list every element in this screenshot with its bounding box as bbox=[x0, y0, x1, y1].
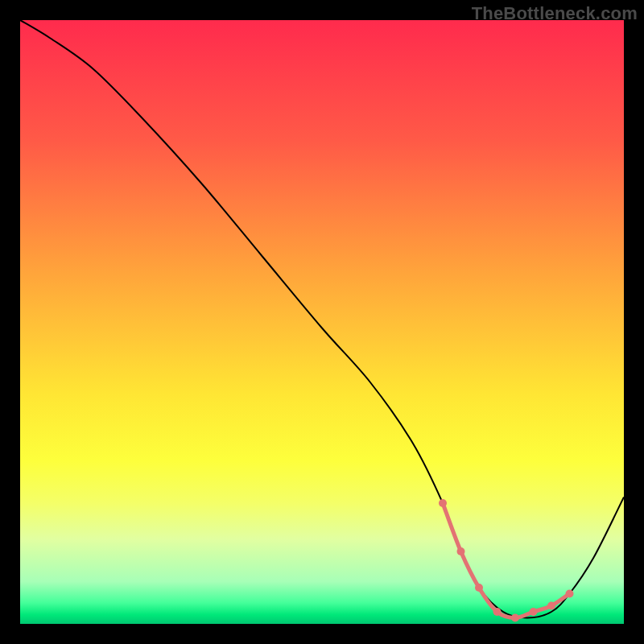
optimal-range-point bbox=[457, 547, 465, 555]
bottleneck-curve-chart bbox=[20, 20, 624, 624]
plot-area bbox=[20, 20, 624, 624]
optimal-range-point bbox=[566, 590, 574, 598]
chart-container: TheBottleneck.com bbox=[0, 0, 644, 644]
optimal-range-point bbox=[439, 499, 447, 507]
optimal-range-point bbox=[511, 614, 519, 622]
optimal-range-point bbox=[547, 602, 555, 610]
optimal-range-point bbox=[530, 608, 538, 616]
optimal-range-point bbox=[475, 584, 483, 592]
watermark-text: TheBottleneck.com bbox=[472, 3, 638, 24]
optimal-range-point bbox=[493, 608, 502, 616]
gradient-background bbox=[20, 20, 624, 624]
